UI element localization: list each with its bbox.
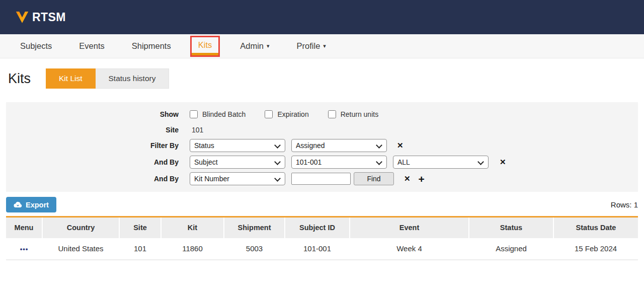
cell-country: United States — [42, 238, 119, 260]
subject-scope-select[interactable]: ALL — [393, 156, 489, 169]
cell-kit: 11860 — [161, 238, 224, 260]
brand-logo: RTSM — [15, 11, 66, 24]
add-filter-icon[interactable]: + — [419, 174, 425, 184]
expiration-label: Expiration — [277, 110, 308, 118]
chevron-down-icon: ▾ — [267, 43, 270, 49]
kit-number-input[interactable] — [291, 173, 351, 185]
chevron-down-icon: ▾ — [323, 43, 326, 49]
row-menu-icon[interactable]: ••• — [20, 245, 29, 253]
brand-name: RTSM — [32, 11, 66, 24]
site-value: 101 — [192, 126, 203, 134]
subject-scope-select-wrap: ALL — [393, 156, 489, 169]
remove-filter-icon[interactable]: ✕ — [397, 141, 404, 150]
col-status-date: Status Date — [553, 217, 638, 238]
page-header: Kits Kit List Status history — [8, 68, 644, 89]
blinded-batch-checkbox-group: Blinded Batch — [190, 110, 246, 118]
expiration-checkbox-group: Expiration — [265, 110, 308, 118]
status-value-select[interactable]: Assigned — [291, 139, 387, 152]
filter-by-row: Filter By Status Assigned ✕ — [6, 138, 638, 153]
remove-filter-icon[interactable]: ✕ — [500, 158, 506, 167]
nav-item-subjects[interactable]: Subjects — [20, 41, 52, 51]
cell-status-date: 15 Feb 2024 — [553, 238, 638, 260]
subject-value-select[interactable]: 101-001 — [291, 156, 387, 169]
find-button[interactable]: Find — [354, 172, 394, 185]
col-status: Status — [469, 217, 553, 238]
expiration-checkbox[interactable] — [265, 110, 273, 118]
col-menu: Menu — [6, 217, 42, 238]
col-kit: Kit — [161, 217, 224, 238]
cell-subject-id: 101-001 — [285, 238, 350, 260]
kit-number-filter-select[interactable]: Kit Number — [190, 172, 285, 185]
col-event: Event — [350, 217, 469, 238]
table-header-row: Menu Country Site Kit Shipment Subject I… — [6, 217, 638, 238]
tab-kit-list[interactable]: Kit List — [46, 68, 96, 89]
status-filter-select[interactable]: Status — [190, 139, 285, 152]
rows-count: Rows: 1 — [611, 200, 638, 209]
filter-field-select-wrap: Status — [190, 139, 285, 152]
cell-event: Week 4 — [350, 238, 469, 260]
site-label: Site — [6, 126, 179, 134]
filter-by-label: Filter By — [6, 141, 179, 150]
kits-table: Menu Country Site Kit Shipment Subject I… — [6, 216, 638, 260]
subject-filter-select-wrap: Subject — [190, 156, 285, 169]
main-nav: Subjects Events Shipments Kits Admin ▾ P… — [0, 34, 644, 58]
subject-value-select-wrap: 101-001 — [291, 156, 387, 169]
filter-value-select-wrap: Assigned — [291, 139, 387, 152]
nav-admin-label: Admin — [240, 41, 264, 51]
active-tab-underline — [192, 53, 219, 55]
cloud-download-icon — [14, 201, 22, 208]
export-button[interactable]: Export — [6, 197, 56, 212]
return-units-label: Return units — [341, 110, 378, 118]
table-toolbar: Export Rows: 1 — [6, 197, 638, 212]
kit-number-filter-select-wrap: Kit Number — [190, 172, 285, 185]
show-row: Show Blinded Batch Expiration Return uni… — [6, 107, 638, 121]
remove-filter-icon[interactable]: ✕ — [404, 174, 411, 183]
blinded-batch-label: Blinded Batch — [202, 110, 246, 118]
col-subject-id: Subject ID — [285, 217, 350, 238]
cell-shipment: 5003 — [224, 238, 285, 260]
and-by-row-1: And By Subject 101-001 ALL ✕ — [6, 155, 638, 169]
col-shipment: Shipment — [224, 217, 285, 238]
nav-item-events[interactable]: Events — [79, 41, 104, 51]
return-units-checkbox[interactable] — [328, 110, 336, 118]
site-row: Site 101 — [6, 124, 638, 136]
nav-profile-label: Profile — [297, 41, 320, 51]
top-header: RTSM — [0, 0, 644, 34]
filter-panel: Show Blinded Batch Expiration Return uni… — [6, 102, 638, 192]
cell-site: 101 — [119, 238, 161, 260]
col-site: Site — [119, 217, 161, 238]
and-by-label: And By — [6, 158, 179, 166]
veeva-v-icon — [15, 11, 29, 24]
export-label: Export — [26, 201, 49, 209]
tab-status-history[interactable]: Status history — [96, 68, 170, 89]
blinded-batch-checkbox[interactable] — [190, 110, 198, 118]
col-country: Country — [42, 217, 119, 238]
nav-item-shipments[interactable]: Shipments — [132, 41, 171, 51]
subject-filter-select[interactable]: Subject — [190, 156, 285, 169]
nav-item-kits[interactable]: Kits — [198, 40, 212, 49]
view-tabs: Kit List Status history — [46, 68, 169, 89]
and-by-label: And By — [6, 175, 179, 183]
nav-item-admin[interactable]: Admin ▾ — [240, 41, 269, 51]
kits-annotation-box: Kits — [190, 36, 220, 57]
table-row: ••• United States 101 11860 5003 101-001… — [6, 238, 638, 260]
page-title: Kits — [8, 71, 31, 87]
cell-status: Assigned — [469, 238, 553, 260]
return-units-checkbox-group: Return units — [328, 110, 378, 118]
and-by-row-2: And By Kit Number Find ✕ + — [6, 172, 638, 186]
show-label: Show — [6, 110, 179, 118]
nav-item-profile[interactable]: Profile ▾ — [297, 41, 326, 51]
